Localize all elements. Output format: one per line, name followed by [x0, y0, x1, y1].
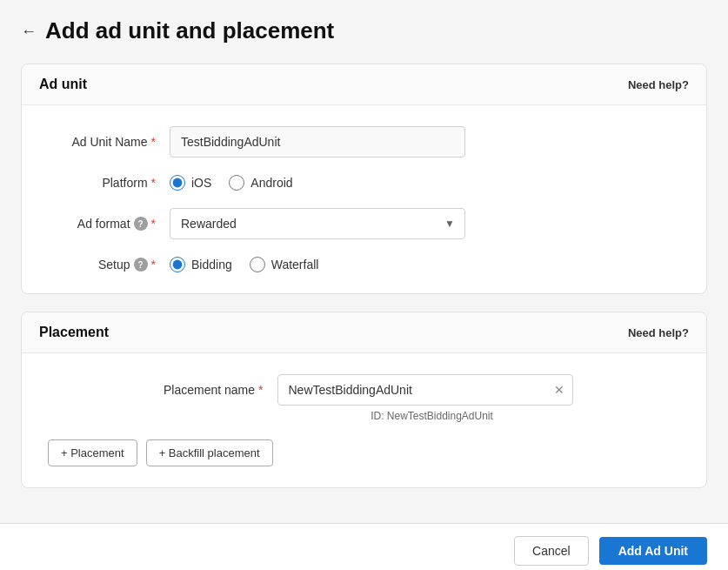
setup-required: *	[151, 258, 156, 272]
platform-ios-option[interactable]: iOS	[170, 175, 211, 191]
placement-name-clear-icon[interactable]: ✕	[554, 384, 564, 396]
setup-bidding-radio[interactable]	[170, 257, 185, 272]
placement-id-hint: ID: NewTestBiddingAdUnit	[371, 410, 493, 422]
ad-format-help-icon[interactable]: ?	[134, 217, 148, 231]
ad-unit-card-header: Ad unit Need help?	[22, 64, 706, 105]
setup-help-icon[interactable]: ?	[134, 258, 148, 272]
platform-ios-label: iOS	[191, 176, 211, 190]
ad-unit-card-title: Ad unit	[39, 77, 87, 92]
placement-name-label: Placement name *	[156, 383, 277, 397]
ad-format-row: Ad format ? * Banner Interstitial Reward…	[48, 208, 680, 239]
ad-unit-name-required: *	[151, 135, 156, 149]
setup-row: Setup ? * Bidding Waterfall	[48, 257, 680, 272]
add-backfill-button[interactable]: + Backfill placement	[146, 439, 273, 466]
platform-label: Platform *	[48, 176, 170, 190]
placement-name-row: Placement name * ✕ ID: NewTestBiddingAdU…	[48, 374, 680, 422]
placement-card-title: Placement	[39, 325, 109, 340]
placement-name-required: *	[258, 383, 263, 397]
platform-row: Platform * iOS Android	[48, 175, 680, 191]
ad-format-select[interactable]: Banner Interstitial Rewarded Native	[170, 208, 465, 239]
platform-android-option[interactable]: Android	[229, 175, 292, 191]
platform-radio-group: iOS Android	[170, 175, 293, 191]
add-placement-button[interactable]: + Placement	[48, 439, 137, 466]
placement-name-input-wrapper: ✕	[277, 374, 573, 406]
ad-unit-name-row: Ad Unit Name *	[48, 126, 680, 158]
setup-bidding-option[interactable]: Bidding	[170, 257, 232, 272]
ad-format-label: Ad format ? *	[48, 217, 170, 231]
ad-unit-card: Ad unit Need help? Ad Unit Name * Platfo…	[21, 64, 707, 294]
cancel-button[interactable]: Cancel	[514, 536, 589, 566]
placement-card-body: Placement name * ✕ ID: NewTestBiddingAdU…	[22, 353, 706, 487]
setup-radio-group: Bidding Waterfall	[170, 257, 318, 272]
page-title: Add ad unit and placement	[45, 17, 334, 44]
placement-card: Placement Need help? Placement name * ✕ …	[21, 312, 707, 488]
ad-format-select-wrapper: Banner Interstitial Rewarded Native ▼	[170, 208, 465, 239]
platform-android-label: Android	[250, 176, 292, 190]
ad-unit-name-label: Ad Unit Name *	[48, 135, 170, 149]
back-button[interactable]: ←	[21, 23, 37, 39]
page-footer: Cancel Add Ad Unit	[0, 523, 728, 570]
setup-waterfall-label: Waterfall	[271, 258, 319, 272]
ad-unit-need-help[interactable]: Need help?	[628, 78, 689, 91]
setup-bidding-label: Bidding	[191, 258, 232, 272]
placement-buttons: + Placement + Backfill placement	[48, 439, 680, 466]
platform-android-radio[interactable]	[229, 175, 244, 191]
add-ad-unit-button[interactable]: Add Ad Unit	[599, 537, 707, 565]
setup-label: Setup ? *	[48, 258, 170, 272]
platform-ios-radio[interactable]	[170, 175, 185, 191]
ad-format-required: *	[151, 217, 156, 231]
setup-waterfall-option[interactable]: Waterfall	[250, 257, 319, 272]
placement-card-header: Placement Need help?	[22, 312, 706, 353]
ad-unit-card-body: Ad Unit Name * Platform * iOS	[22, 105, 706, 293]
placement-name-input[interactable]	[277, 374, 573, 406]
setup-waterfall-radio[interactable]	[250, 257, 265, 272]
page-header: ← Add ad unit and placement	[21, 17, 707, 44]
ad-unit-name-input[interactable]	[170, 126, 465, 158]
platform-required: *	[151, 176, 156, 190]
placement-need-help[interactable]: Need help?	[628, 326, 689, 339]
